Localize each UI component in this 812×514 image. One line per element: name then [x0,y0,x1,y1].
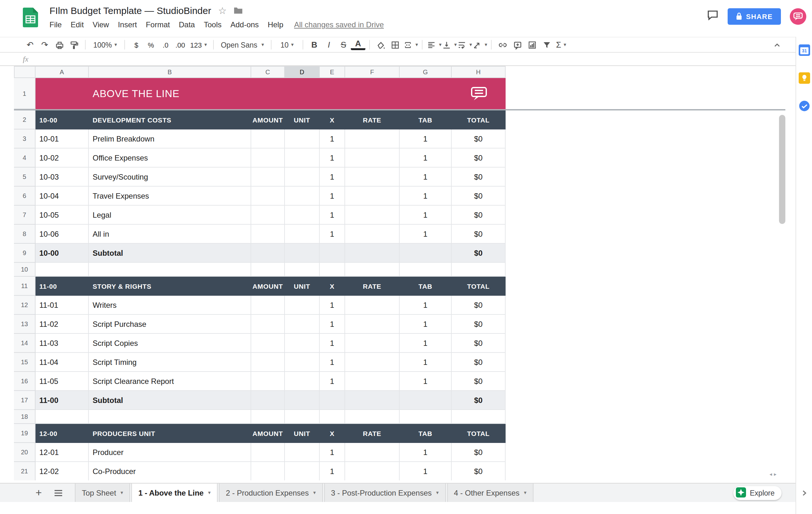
cell-unit[interactable] [285,296,320,315]
cell-rate[interactable] [345,315,400,334]
cell-subtotal-total[interactable]: $0 [452,244,505,263]
cell-tab[interactable]: 1 [400,168,452,187]
sheet-tab-4-other-expenses[interactable]: 4 - Other Expenses▾ [447,484,533,502]
cell-subtotal-label[interactable]: Subtotal [89,244,251,263]
scroll-right-icon[interactable]: ▸ [774,472,777,477]
cell-rate[interactable] [345,130,400,148]
save-status[interactable]: All changes saved in Drive [294,20,384,29]
row-header-11[interactable]: 11 [14,277,35,296]
row-header-18[interactable]: 18 [14,410,35,424]
decrease-decimal-button[interactable]: .0 [158,38,173,51]
cell-rate[interactable] [345,334,400,353]
functions-button[interactable]: Σ [554,38,569,51]
tab-menu-arrow-icon[interactable]: ▾ [436,490,439,495]
column-header-G[interactable]: G [400,66,452,78]
column-label-amount[interactable]: AMOUNT [251,110,285,130]
cell-code[interactable]: 10-05 [35,206,89,225]
cell-name[interactable]: Writers [89,296,251,315]
cell-unit[interactable] [285,334,320,353]
cell-total[interactable]: $0 [452,225,505,244]
cell-total[interactable]: $0 [452,168,505,187]
cell-total[interactable]: $0 [452,206,505,225]
column-header-H[interactable]: H [452,66,505,78]
cell-amount[interactable] [251,296,285,315]
cell-x[interactable]: 1 [320,334,345,353]
column-label-unit[interactable]: UNIT [285,424,320,443]
column-header-C[interactable]: C [251,66,285,78]
column-label-unit[interactable]: UNIT [285,110,320,130]
column-label-amount[interactable]: AMOUNT [251,277,285,296]
row-header-3[interactable]: 3 [14,130,35,148]
cell-name[interactable]: Survey/Scouting [89,168,251,187]
cell-code[interactable]: 12-01 [35,443,89,462]
cell-code[interactable]: 12-02 [35,462,89,480]
text-color-button[interactable]: A [351,40,366,50]
cell-x[interactable]: 1 [320,353,345,372]
insert-link-button[interactable] [495,38,510,51]
cell-unit[interactable] [285,148,320,168]
explore-button[interactable]: Explore [733,486,782,500]
row-header-16[interactable]: 16 [14,372,35,391]
cell-total[interactable]: $0 [452,296,505,315]
cell-name[interactable]: Prelim Breakdown [89,130,251,148]
cell-empty[interactable] [345,244,400,263]
cell-rate[interactable] [345,206,400,225]
open-comments-icon[interactable] [707,9,719,24]
cell-empty[interactable] [320,263,345,277]
column-label-tab[interactable]: TAB [400,110,452,130]
row-header-20[interactable]: 20 [14,443,35,462]
cell-rate[interactable] [345,443,400,462]
cell-rate[interactable] [345,168,400,187]
row-header-2[interactable]: 2 [14,110,35,130]
cell-name[interactable]: Script Copies [89,334,251,353]
cell-subtotal-label[interactable]: Subtotal [89,391,251,410]
cell-amount[interactable] [251,353,285,372]
column-header-D[interactable]: D [285,66,320,78]
cell-unit[interactable] [285,130,320,148]
cell-amount[interactable] [251,462,285,480]
calendar-icon[interactable]: 31 [799,45,810,56]
keep-icon[interactable] [799,72,810,84]
filter-button[interactable] [539,38,554,51]
cell-empty[interactable] [345,410,400,424]
menu-view[interactable]: View [88,19,114,30]
cell-empty[interactable] [35,410,89,424]
cell-code[interactable]: 10-04 [35,187,89,206]
text-wrap-button[interactable] [457,38,472,51]
column-header-E[interactable]: E [320,66,345,78]
select-all-corner[interactable] [14,66,35,78]
cell-total[interactable]: $0 [452,130,505,148]
cell-tab[interactable]: 1 [400,296,452,315]
cell-rate[interactable] [345,225,400,244]
cell-x[interactable]: 1 [320,168,345,187]
cell-empty[interactable] [345,391,400,410]
row-header-14[interactable]: 14 [14,334,35,353]
cell-amount[interactable] [251,168,285,187]
cell-empty[interactable] [251,263,285,277]
cell-unit[interactable] [285,168,320,187]
cell-name[interactable]: Script Clearance Report [89,372,251,391]
increase-decimal-button[interactable]: .00 [173,38,188,51]
cell-code[interactable]: 11-01 [35,296,89,315]
scroll-corner-arrows[interactable]: ◂▸ [770,472,777,477]
menu-edit[interactable]: Edit [66,19,88,30]
cell-empty[interactable] [285,263,320,277]
cell-amount[interactable] [251,225,285,244]
cell-x[interactable]: 1 [320,130,345,148]
column-label-unit[interactable]: UNIT [285,277,320,296]
cell-empty[interactable] [452,410,505,424]
cell-section-code[interactable]: 12-00 [35,424,89,443]
tab-menu-arrow-icon[interactable]: ▾ [120,490,123,495]
document-title[interactable]: FIlm Budget Template — StudioBinder [50,5,211,16]
cell-name[interactable]: Travel Expenses [89,187,251,206]
vertical-align-button[interactable] [441,38,457,51]
cell-code[interactable]: 10-01 [35,130,89,148]
cell-code[interactable]: 11-03 [35,334,89,353]
row-header-9[interactable]: 9 [14,244,35,263]
banner-above-the-line[interactable]: ABOVE THE LINE [35,78,505,109]
redo-button[interactable]: ↷ [37,38,52,51]
add-sheet-button[interactable]: + [32,487,46,498]
cell-empty[interactable] [452,263,505,277]
share-button[interactable]: SHARE [728,8,781,25]
cell-empty[interactable] [285,244,320,263]
